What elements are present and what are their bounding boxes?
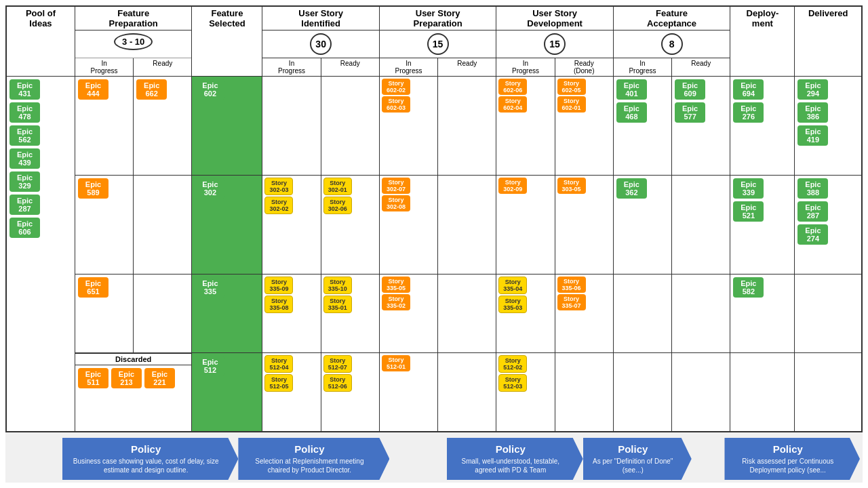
epic-276: Epic276 xyxy=(733,102,764,123)
story-335-06: Story335-06 xyxy=(557,277,586,293)
feat-acc-inprog-row2: Epic362 xyxy=(613,176,671,274)
usi-ready-row4: Story512-07 Story512-06 xyxy=(321,353,379,432)
story-302-09: Story302-09 xyxy=(498,178,527,194)
usd-ready-row2: Story303-05 xyxy=(555,176,613,274)
story-335-08: Story335-08 xyxy=(264,296,293,313)
story-602-02: Story602-02 xyxy=(382,79,410,95)
feat-prep-ready-row1: Epic662 xyxy=(134,77,192,176)
policy-feat-sel-text: Selection at Replenishment meeting chair… xyxy=(246,457,372,474)
col-usd-header: User StoryDevelopment xyxy=(496,6,613,30)
story-512-02: Story512-02 xyxy=(498,355,527,373)
wip-feat-prep-value: 3 - 10 xyxy=(114,33,153,50)
story-302-07: Story302-07 xyxy=(382,178,410,194)
story-302-06: Story302-06 xyxy=(323,197,352,214)
epic-651: Epic651 xyxy=(78,277,108,298)
story-335-09: Story335-09 xyxy=(264,277,293,294)
deploy-row2: Epic339 Epic521 xyxy=(730,176,795,274)
epic-577: Epic577 xyxy=(675,102,705,123)
story-512-06: Story512-06 xyxy=(323,374,352,392)
policy-section: Policy Business case showing value, cost… xyxy=(5,432,863,483)
story-303-05: Story303-05 xyxy=(557,178,586,194)
feat-prep-ready-label: Ready xyxy=(134,58,192,77)
col-feat-sel-header: FeatureSelected xyxy=(192,6,262,77)
epic-609: Epic609 xyxy=(675,79,705,100)
delivered-row4 xyxy=(795,353,862,432)
epic-419: Epic419 xyxy=(797,125,828,146)
wip-usi: 30 xyxy=(262,30,379,58)
col-usp-header: User StoryPreparation xyxy=(379,6,496,30)
story-302-08: Story302-08 xyxy=(382,195,410,211)
wip-usp: 15 xyxy=(379,30,496,58)
table-row: Epic589 Epic302 Story302-03 Story302-02 … xyxy=(6,176,862,274)
epic-401: Epic401 xyxy=(616,79,647,100)
usp-ready-label: Ready xyxy=(438,58,496,77)
discarded-label: Discarded xyxy=(75,353,191,365)
epic-562: Epic562 xyxy=(9,125,40,146)
epic-602: Epic602 xyxy=(195,79,225,100)
epic-274: Epic274 xyxy=(797,224,828,245)
wip-feat-prep: 3 - 10 xyxy=(75,30,191,58)
story-512-03: Story512-03 xyxy=(498,374,527,392)
story-602-04: Story602-04 xyxy=(498,96,527,113)
epic-329: Epic329 xyxy=(9,171,40,192)
feat-prep-discarded-area: Discarded Epic511 Epic213 Epic221 xyxy=(75,353,191,432)
usi-inprog-row4: Story512-04 Story512-05 xyxy=(262,353,321,432)
epic-339: Epic339 xyxy=(733,178,764,199)
usi-ready-row3: Story335-10 Story335-01 xyxy=(321,274,379,353)
epic-511: Epic511 xyxy=(78,368,108,388)
usi-ready-row1 xyxy=(321,77,379,176)
feat-prep-ready-row3 xyxy=(134,274,192,353)
policy-usd: Policy As per "Definition of Done" (see.… xyxy=(583,438,692,480)
table-row: Epic431 Epic478 Epic562 Epic439 Epic329 … xyxy=(6,77,862,176)
epic-386: Epic386 xyxy=(797,102,828,123)
feat-acc-ready-label: Ready xyxy=(672,58,730,77)
usi-inprog-row2: Story302-03 Story302-02 xyxy=(262,176,321,274)
delivered-row1: Epic294 Epic386 Epic419 xyxy=(795,77,862,176)
usd-inprog-row3: Story335-04 Story335-03 xyxy=(496,274,555,353)
delivered-row3 xyxy=(795,274,862,353)
story-335-05: Story335-05 xyxy=(382,277,410,293)
usd-inprog-label: InProgress xyxy=(496,58,555,77)
feat-acc-ready-row4 xyxy=(672,353,730,432)
feat-acc-ready-row1: Epic609 Epic577 xyxy=(672,77,730,176)
policy-feat-prep-title: Policy xyxy=(71,443,221,455)
story-302-03: Story302-03 xyxy=(264,178,293,195)
epic-468: Epic468 xyxy=(616,102,647,123)
story-335-07: Story335-07 xyxy=(557,294,586,310)
usd-ready-label: Ready(Done) xyxy=(555,58,613,77)
usi-inprog-label: InProgress xyxy=(262,58,321,77)
feat-acc-inprog-row3 xyxy=(613,274,671,353)
feat-prep-inprog-label: InProgress xyxy=(75,58,133,77)
deploy-row3: Epic582 xyxy=(730,274,795,353)
usp-inprog-label: InProgress xyxy=(379,58,437,77)
epic-335: Epic335 xyxy=(195,277,225,298)
col-pool-header: Pool ofIdeas xyxy=(6,6,75,77)
policy-usp: Policy Small, well-understood, testable,… xyxy=(447,438,583,480)
feat-prep-inprog-row3: Epic651 xyxy=(75,274,133,353)
story-302-02: Story302-02 xyxy=(264,197,293,214)
col-feat-prep-header: FeaturePreparation xyxy=(75,6,191,30)
epic-388: Epic388 xyxy=(797,178,828,199)
story-512-01: Story512-01 xyxy=(382,355,410,371)
wip-usp-value: 15 xyxy=(427,33,449,55)
feat-prep-inprog-row2: Epic589 xyxy=(75,176,133,274)
feat-acc-inprog-row4 xyxy=(613,353,671,432)
epic-512: Epic512 xyxy=(195,356,225,376)
policy-usd-title: Policy xyxy=(591,443,675,455)
wip-usi-value: 30 xyxy=(310,33,332,55)
policy-deploy-title: Policy xyxy=(732,443,843,455)
story-602-06: Story602-06 xyxy=(498,79,527,95)
col-delivered-header: Delivered xyxy=(795,6,862,77)
feat-sel-row1: Epic602 xyxy=(192,77,262,176)
usi-inprog-row3: Story335-09 Story335-08 xyxy=(262,274,321,353)
usp-inprog-row4: Story512-01 xyxy=(379,353,437,432)
usd-ready-row3: Story335-06 Story335-07 xyxy=(555,274,613,353)
epic-606: Epic606 xyxy=(9,218,40,238)
col-usi-header: User StoryIdentified xyxy=(262,6,379,30)
policy-feat-sel: Policy Selection at Replenishment meetin… xyxy=(238,438,389,480)
usi-ready-row2: Story302-01 Story302-06 xyxy=(321,176,379,274)
story-512-04: Story512-04 xyxy=(264,355,293,373)
usp-ready-row3 xyxy=(438,274,496,353)
feat-acc-inprog-row1: Epic401 Epic468 xyxy=(613,77,671,176)
story-302-01: Story302-01 xyxy=(323,178,352,195)
